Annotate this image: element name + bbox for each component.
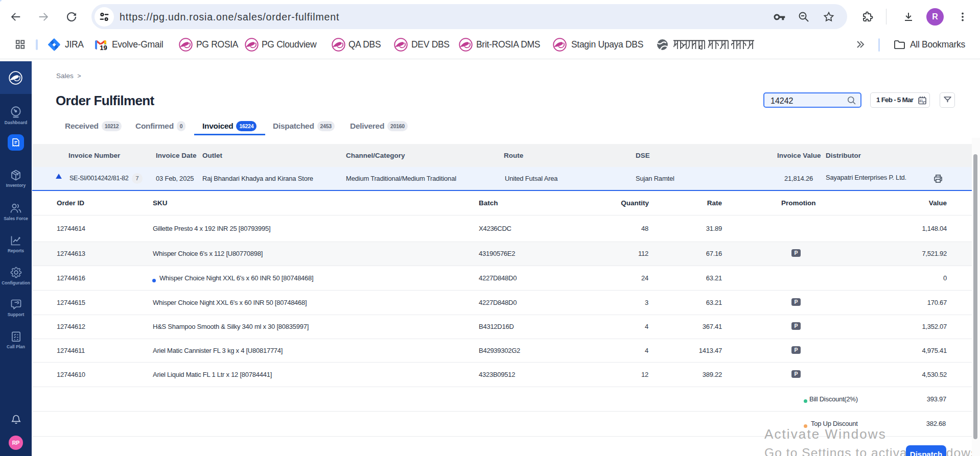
svg-text:31: 31 bbox=[919, 99, 923, 103]
svg-text:19: 19 bbox=[100, 44, 107, 52]
